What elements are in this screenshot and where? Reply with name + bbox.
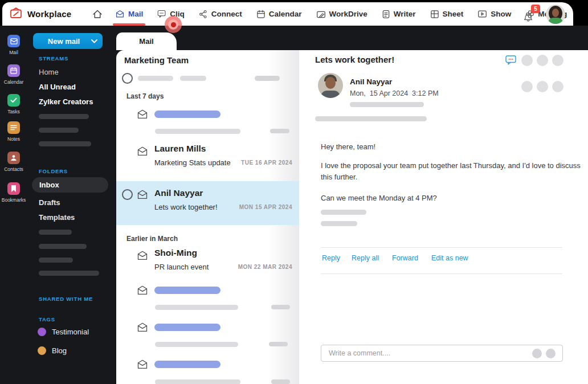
sidebar-item-drafts[interactable]: Drafts	[39, 198, 60, 207]
mail-subject: Lets work together!	[154, 203, 218, 211]
comments-icon[interactable]	[505, 55, 517, 68]
rail-item-contacts[interactable]: Contacts	[0, 152, 27, 172]
reply-all-link[interactable]: Reply all	[352, 254, 379, 262]
body-paragraph: Hey there, team!	[321, 141, 375, 153]
skeleton-bar	[350, 102, 424, 107]
tag-item-blog[interactable]: Blog	[38, 346, 67, 355]
nav-item-sheet[interactable]: Sheet	[430, 2, 464, 26]
rail-item-tasks[interactable]: Tasks	[0, 94, 27, 115]
sidebar-item-templates[interactable]: Templates	[39, 213, 75, 222]
message-action-button[interactable]	[521, 81, 533, 92]
mail-app-icon	[7, 35, 20, 47]
message-checkbox[interactable]	[122, 189, 133, 200]
comment-tool-button[interactable]	[532, 349, 542, 358]
tags-section-label: TAGS	[39, 316, 55, 322]
connect-icon	[199, 10, 208, 19]
skeleton-bar	[321, 210, 366, 215]
mail-subject: Marketing Stats update	[154, 158, 231, 167]
tasks-app-icon	[7, 94, 20, 107]
show-icon	[477, 10, 487, 18]
rail-item-mail[interactable]: Mail	[0, 35, 27, 55]
home-icon[interactable]	[92, 9, 103, 20]
mail-date: MON 22 MAR 2024	[238, 264, 292, 270]
notification-badge: 5	[531, 5, 540, 13]
nav-item-show[interactable]: Show	[477, 2, 511, 26]
sidebar-item-inbox[interactable]: Inbox	[32, 177, 108, 193]
skeleton-bar	[39, 244, 87, 249]
sidebar-item-zylker-creators[interactable]: Zylker Creators	[39, 97, 93, 106]
skeleton-bar	[154, 324, 220, 331]
mail-date: TUE 16 APR 2024	[241, 160, 292, 166]
body-paragraph: I love the proposal your team put togeth…	[321, 160, 582, 183]
skeleton-bar	[39, 230, 72, 235]
sidebar-item-home[interactable]: Home	[39, 68, 59, 76]
edit-as-new-link[interactable]: Edit as new	[431, 254, 468, 262]
nav-item-connect[interactable]: Connect	[199, 2, 242, 26]
toolbar-action-button[interactable]	[537, 55, 548, 66]
rail-item-notes[interactable]: Notes	[0, 121, 27, 142]
top-navbar: Workplace Mail Cliq	[2, 2, 573, 26]
tab-mail[interactable]: Mail	[116, 32, 177, 50]
nav-item-workdrive[interactable]: WorkDrive	[316, 2, 368, 26]
mail-open-icon	[137, 250, 148, 261]
skeleton-bar	[180, 76, 206, 81]
comment-input-container	[321, 345, 563, 362]
select-all-checkbox[interactable]	[122, 73, 133, 84]
rail-item-calendar[interactable]: Calendar	[0, 64, 27, 85]
app-rail: Mail Calendar Tasks Notes Contacts	[0, 26, 27, 384]
skeleton-bar	[39, 271, 99, 276]
mail-list-item[interactable]	[116, 137, 299, 177]
calendar-icon	[256, 10, 266, 19]
toolbar-action-button[interactable]	[521, 55, 533, 66]
folders-section-label: FOLDERS	[39, 168, 68, 174]
sender-name: Lauren Mills	[154, 144, 206, 154]
skeleton-bar	[39, 128, 79, 133]
mail-content-area: Marketing Team Last 7 days Lauren Mills …	[116, 50, 588, 384]
message-action-button[interactable]	[537, 81, 548, 92]
nav-item-calendar[interactable]: Calendar	[256, 2, 302, 26]
tag-color-dot	[38, 328, 46, 336]
comment-tool-button[interactable]	[546, 349, 556, 358]
group-label-recent: Last 7 days	[126, 92, 164, 100]
zoho-logo-icon[interactable]	[9, 6, 23, 22]
skeleton-bar	[269, 342, 288, 346]
skeleton-bar	[271, 379, 290, 384]
reply-link[interactable]: Reply	[322, 254, 340, 262]
sender-name: Anil Nayyar	[154, 188, 203, 198]
nav-item-writer[interactable]: Writer	[382, 2, 416, 26]
divider	[321, 247, 562, 248]
message-action-button[interactable]	[552, 81, 564, 92]
mail-open-icon	[137, 322, 148, 333]
skeleton-bar	[321, 221, 357, 226]
body-paragraph: Can we meet the Monday at 4 PM?	[321, 193, 437, 204]
new-mail-button[interactable]: New mail	[33, 33, 103, 49]
mail-list-panel: Marketing Team Last 7 days Lauren Mills …	[116, 50, 299, 384]
brand-name: Workplace	[27, 9, 71, 19]
tag-color-dot	[38, 346, 46, 355]
sidebar-item-all-unread[interactable]: All Unread	[39, 83, 76, 91]
mail-open-icon	[137, 146, 148, 157]
streams-section-label: STREAMS	[39, 55, 68, 62]
message-subject: Lets work together!	[315, 55, 394, 64]
mailbox-title: Marketing Team	[124, 55, 189, 65]
rail-item-bookmarks[interactable]: Bookmarks	[0, 182, 27, 203]
mail-list-item-selected[interactable]: Anil Nayyar Lets work together! MON 15 A…	[116, 181, 299, 225]
toolbar-action-button[interactable]	[552, 55, 564, 66]
notes-app-icon	[7, 121, 20, 134]
skeleton-bar	[154, 361, 220, 368]
group-label-earlier: Earlier in March	[126, 235, 178, 243]
comment-input[interactable]	[329, 345, 500, 361]
skeleton-bar	[155, 129, 240, 134]
user-avatar[interactable]	[546, 5, 565, 24]
sender-name: Shoi-Ming	[154, 248, 197, 258]
notifications-button[interactable]: 5	[523, 7, 537, 22]
sheet-icon	[430, 10, 439, 19]
forward-link[interactable]: Forward	[392, 254, 418, 262]
contacts-app-icon	[7, 152, 20, 164]
skeleton-bar	[39, 114, 89, 119]
tag-item-testimonial[interactable]: Testimonial	[38, 328, 89, 336]
skeleton-bar	[271, 305, 290, 309]
nav-right-cluster: 5	[523, 2, 565, 26]
skeleton-bar	[154, 287, 220, 294]
nav-item-mail[interactable]: Mail	[115, 2, 143, 26]
